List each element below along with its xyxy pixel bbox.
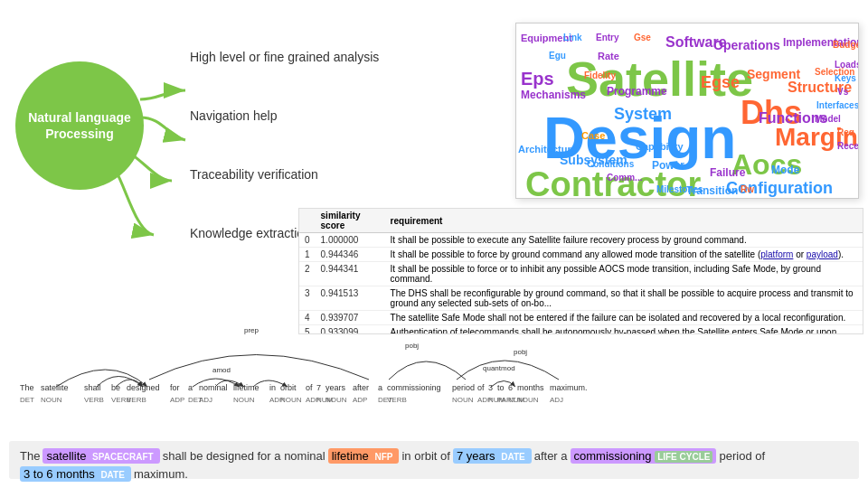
word-satellite: satellite <box>41 383 69 392</box>
pos-noun1: NOUN <box>41 396 62 404</box>
word-nominal: nominal <box>199 383 228 392</box>
word-lifetime-ann: lifetime NFP <box>328 448 400 464</box>
pos-adj1: ADJ <box>199 396 212 404</box>
tag-date-2: DATE <box>98 469 127 481</box>
arrow-label-3: Traceability verification <box>190 167 318 182</box>
wc-power: Power <box>652 159 684 172</box>
word-the: The <box>20 383 34 392</box>
word-a: a <box>188 383 193 392</box>
word-inorbit-ann: in orbit of <box>401 449 449 463</box>
link-platform[interactable]: platform <box>760 249 793 259</box>
word-6: 6 <box>508 383 513 392</box>
row-req: It shall be possible to force by ground … <box>385 248 863 262</box>
word-months: months <box>517 383 544 392</box>
dep-label-amod: amod <box>212 366 231 374</box>
word-maximum-ann: maximum. <box>134 467 188 481</box>
wc-failure: Failure <box>710 166 745 179</box>
arrow-label-2: Navigation help <box>190 108 278 123</box>
wc-case: Case <box>581 130 605 141</box>
wc-model: Model <box>815 114 841 124</box>
word-period: period <box>452 383 475 392</box>
word-period-ann: period of <box>719 449 765 463</box>
row-req: It shall be possible to force or to inhi… <box>385 262 863 286</box>
word-cloud-inner: Satellite Design Contractor Dhs Aocs Con… <box>516 23 858 198</box>
wc-communications: Comm... <box>607 173 642 183</box>
pos-noun4: NOUN <box>326 396 347 404</box>
table-row: 1 0.944346 It shall be possible to force… <box>299 248 863 262</box>
word-commissioning-ann: commissioning LIFE CYCLE <box>571 448 717 464</box>
dep-label-pobj1: pobj <box>405 342 419 350</box>
wc-req: Req <box>837 127 854 137</box>
dep-arc-prep <box>149 355 369 380</box>
row-idx: 2 <box>299 262 316 286</box>
row-score: 0.944346 <box>316 248 385 262</box>
dep-parse-section: The satellite shall be designed for a no… <box>9 325 859 416</box>
table-row: 3 0.941513 The DHS shall be reconfigurab… <box>299 286 863 311</box>
wc-gse: Gse <box>634 33 651 42</box>
similarity-table: similarity score requirement 0 1.000000 … <box>299 209 863 334</box>
row-idx: 4 <box>299 311 316 325</box>
tag-spacecraft: SPACECRAFT <box>90 451 156 463</box>
tag-nfp: NFP <box>372 451 395 463</box>
row-req: The satellite Safe Mode shall not be ent… <box>385 311 863 325</box>
row-score: 1.000000 <box>316 233 385 248</box>
similarity-table-container: similarity score requirement 0 1.000000 … <box>298 208 863 334</box>
word-a2: a <box>378 383 382 392</box>
wc-budgets: Budgets <box>833 40 859 50</box>
arrow-label-1: High level or fine grained analysis <box>190 50 379 64</box>
table-row: 2 0.944341 It shall be possible to force… <box>299 262 863 286</box>
row-idx: 3 <box>299 286 316 311</box>
pos-noun6: NOUN <box>517 396 539 404</box>
row-score: 0.941513 <box>316 286 385 311</box>
word-after-ann: after a <box>534 449 568 463</box>
row-idx: 0 <box>299 233 316 248</box>
word-shall: shall <box>84 383 101 392</box>
arrow-label-4: Knowledge extraction <box>190 226 311 240</box>
row-idx: 1 <box>299 248 316 262</box>
wc-system: System <box>614 105 672 124</box>
pos-verb4: VERB <box>387 396 407 404</box>
col-header-req: requirement <box>385 209 863 233</box>
word-3: 3 <box>488 383 493 392</box>
wc-architecture: Architecture <box>518 144 577 155</box>
table-row: 4 0.939707 The satellite Safe Mode shall… <box>299 311 863 325</box>
dep-arc-period <box>389 361 466 380</box>
wc-receiver: Receiver <box>837 141 859 151</box>
wc-conditions: Conditions <box>587 159 634 169</box>
pos-adp1: ADP <box>170 396 184 404</box>
dep-label-prep: prep <box>244 326 259 334</box>
wc-interfaces: Interfaces <box>816 100 859 110</box>
wc-link: Link <box>563 33 582 42</box>
word-commissioning: commissioning <box>387 383 441 392</box>
word-of3: of <box>477 383 485 392</box>
dep-parse-svg: The satellite shall be designed for a no… <box>9 325 859 416</box>
col-header-score: similarity score <box>316 209 385 233</box>
pos-verb1: VERB <box>84 396 104 404</box>
word-to: to <box>497 383 505 392</box>
dep-label-pobj2: pobj <box>514 348 527 356</box>
word-cloud-box: Satellite Design Contractor Dhs Aocs Con… <box>515 23 859 199</box>
wc-vs: Vs <box>837 87 848 97</box>
wc-operations: Operations <box>713 38 780 52</box>
pos-noun2: NOUN <box>233 396 255 404</box>
word-for: for <box>170 383 180 392</box>
word-7years-ann: 7 years DATE <box>453 448 532 464</box>
table-row: 0 1.000000 It shall be possible to execu… <box>299 233 863 248</box>
word-after: after <box>353 383 369 392</box>
wc-eps: Eps <box>521 69 554 89</box>
pos-noun5: NOUN <box>452 396 474 404</box>
link-payload[interactable]: payload <box>807 249 838 259</box>
pos-det1: DET <box>20 396 34 404</box>
word-in: in <box>269 383 276 392</box>
row-score: 0.939707 <box>316 311 385 325</box>
wc-mode: Mode <box>771 164 799 176</box>
wc-selection: Selection <box>815 67 854 77</box>
tag-lifecycle: LIFE CYCLE <box>655 451 712 463</box>
wc-capability: Capability <box>636 141 684 152</box>
row-req: It shall be possible to execute any Sate… <box>385 233 863 248</box>
wc-fidelity: Fidelity <box>584 70 616 80</box>
wc-rate: Rate <box>598 51 619 61</box>
pos-adj2: ADJ <box>550 396 563 404</box>
pos-noun3: NOUN <box>280 396 302 404</box>
word-satellite-ann: satellite SPACECRAFT <box>42 448 159 464</box>
